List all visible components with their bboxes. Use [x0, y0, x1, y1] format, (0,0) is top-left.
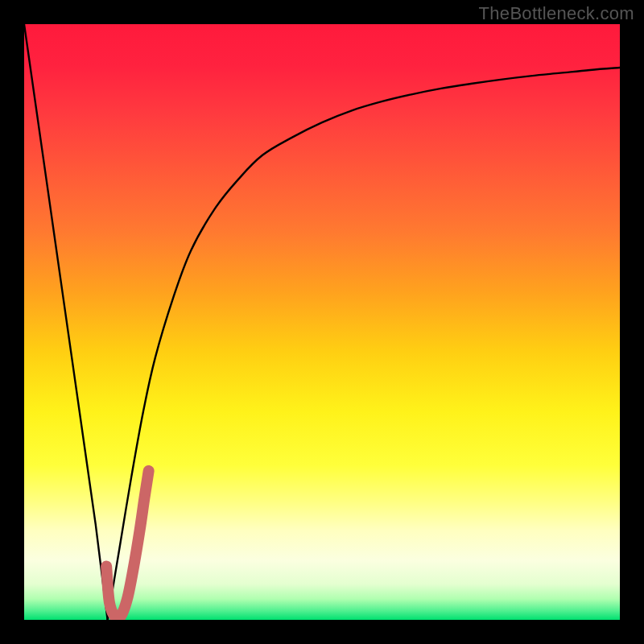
right-curve — [108, 68, 620, 620]
highlight-j — [106, 471, 149, 618]
watermark-text: TheBottleneck.com — [479, 3, 634, 24]
curves-layer — [24, 24, 620, 620]
chart-container: TheBottleneck.com — [0, 0, 644, 644]
left-curve — [24, 24, 108, 620]
plot-area — [24, 24, 620, 620]
